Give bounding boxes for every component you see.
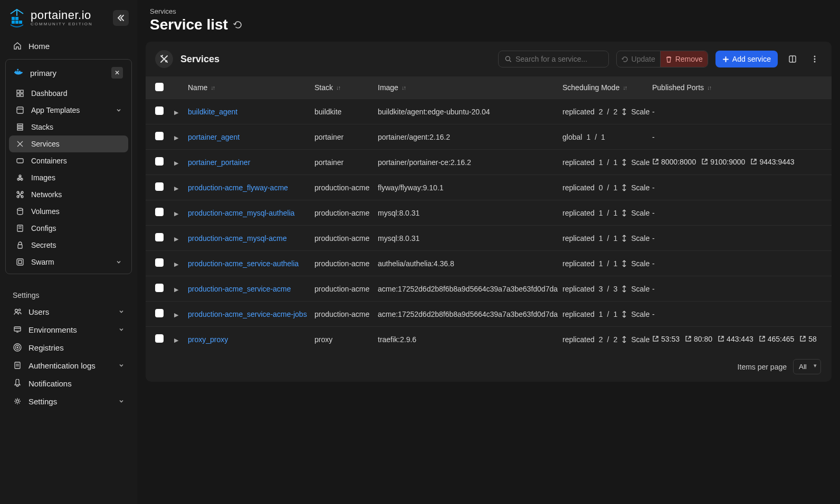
port-link[interactable]: 443:443 — [718, 335, 753, 343]
row-expander[interactable]: ▶ — [174, 236, 178, 242]
settings-item-users[interactable]: Users — [5, 303, 132, 321]
port-link[interactable]: 9100:9000 — [701, 158, 745, 166]
scale-button[interactable]: Scale — [631, 158, 650, 167]
settings-item-notifications[interactable]: Notifications — [5, 374, 132, 392]
service-link[interactable]: production-acme_mysql-acme — [188, 234, 287, 243]
items-per-page-select[interactable]: All — [793, 359, 821, 374]
external-link-icon — [685, 335, 692, 342]
breadcrumb: Services — [137, 0, 840, 15]
environment-header[interactable]: primary ✕ — [9, 63, 128, 83]
scale-button[interactable]: Scale — [631, 285, 650, 293]
row-checkbox[interactable] — [155, 157, 164, 166]
nav-icon — [15, 224, 25, 233]
row-expander[interactable]: ▶ — [174, 337, 178, 343]
scale-button[interactable]: Scale — [631, 259, 650, 268]
service-link[interactable]: production-acme_service-acme-jobs — [188, 310, 307, 318]
row-expander[interactable]: ▶ — [174, 134, 178, 141]
search-input[interactable] — [516, 55, 602, 63]
table-footer: Items per page All — [146, 352, 832, 382]
sidebar-item-containers[interactable]: Containers — [9, 152, 128, 169]
search-box[interactable] — [498, 51, 609, 67]
col-mode[interactable]: Scheduling Mode↓↑ — [562, 83, 652, 92]
image-cell: mysql:8.0.31 — [378, 209, 562, 217]
sidebar-item-home[interactable]: Home — [5, 37, 132, 55]
scale-button[interactable]: Scale — [631, 310, 650, 318]
sidebar-item-secrets[interactable]: Secrets — [9, 237, 128, 254]
col-ports[interactable]: Published Ports↓↑ — [652, 83, 822, 92]
row-checkbox[interactable] — [155, 132, 164, 140]
svg-point-57 — [814, 61, 816, 63]
sidebar-item-dashboard[interactable]: Dashboard — [9, 85, 128, 102]
settings-item-environments[interactable]: Environments — [5, 321, 132, 338]
nav-icon — [15, 257, 25, 267]
port-link[interactable]: 8000:8000 — [652, 158, 696, 166]
update-button[interactable]: Update — [617, 51, 661, 67]
row-expander[interactable]: ▶ — [174, 210, 178, 217]
add-service-button[interactable]: Add service — [715, 51, 778, 67]
ports-cell: - — [652, 183, 822, 192]
row-checkbox[interactable] — [155, 284, 164, 292]
svg-rect-37 — [17, 259, 23, 265]
sidebar-item-label: Secrets — [31, 241, 56, 249]
scale-button[interactable]: Scale — [631, 234, 650, 243]
service-link[interactable]: buildkite_agent — [188, 108, 237, 116]
col-stack[interactable]: Stack↓↑ — [314, 83, 378, 92]
service-link[interactable]: production-acme_flyway-acme — [188, 183, 288, 192]
row-checkbox[interactable] — [155, 334, 164, 343]
col-name[interactable]: Name↓↑ — [188, 83, 314, 92]
sidebar-item-swarm[interactable]: Swarm — [9, 254, 128, 270]
settings-item-authentication-logs[interactable]: Authentication logs — [5, 356, 132, 374]
sidebar-item-app-templates[interactable]: App Templates — [9, 102, 128, 119]
columns-button[interactable] — [785, 50, 800, 68]
refresh-icon[interactable] — [233, 20, 243, 30]
row-checkbox[interactable] — [155, 182, 164, 191]
sidebar-item-volumes[interactable]: Volumes — [9, 203, 128, 220]
port-link[interactable]: 80:80 — [685, 335, 712, 343]
service-link[interactable]: production-acme_service-authelia — [188, 259, 299, 268]
scale-button[interactable]: Scale — [631, 183, 650, 192]
service-link[interactable]: portainer_portainer — [188, 158, 250, 167]
row-expander[interactable]: ▶ — [174, 109, 178, 115]
svg-rect-36 — [18, 245, 22, 248]
port-link[interactable]: 465:465 — [759, 335, 795, 343]
sidebar-item-networks[interactable]: Networks — [9, 186, 128, 203]
services-icon — [155, 50, 173, 68]
sidebar-item-stacks[interactable]: Stacks — [9, 119, 128, 135]
sidebar-item-label: Stacks — [31, 123, 53, 131]
row-expander[interactable]: ▶ — [174, 160, 178, 166]
scale-button[interactable]: Scale — [631, 209, 650, 217]
select-all-checkbox[interactable] — [155, 83, 164, 91]
col-image[interactable]: Image↓↑ — [378, 83, 562, 92]
service-link[interactable]: proxy_proxy — [188, 335, 228, 344]
port-link[interactable]: 58 — [799, 335, 817, 343]
svg-rect-41 — [14, 327, 21, 331]
remove-button[interactable]: Remove — [661, 51, 708, 67]
row-expander[interactable]: ▶ — [174, 261, 178, 267]
environment-close-button[interactable]: ✕ — [111, 67, 123, 79]
row-checkbox[interactable] — [155, 258, 164, 267]
sidebar-item-services[interactable]: Services — [9, 135, 128, 152]
row-checkbox[interactable] — [155, 106, 164, 115]
port-link[interactable]: 9443:9443 — [750, 158, 794, 166]
scale-button[interactable]: Scale — [631, 108, 650, 116]
sidebar-item-images[interactable]: Images — [9, 169, 128, 186]
service-link[interactable]: portainer_agent — [188, 133, 240, 141]
row-checkbox[interactable] — [155, 208, 164, 216]
row-expander[interactable]: ▶ — [174, 312, 178, 318]
sidebar-item-label: Containers — [31, 157, 67, 165]
more-button[interactable] — [807, 50, 822, 68]
sidebar-collapse-button[interactable] — [113, 10, 129, 26]
service-link[interactable]: production-acme_service-acme — [188, 285, 291, 293]
settings-item-registries[interactable]: Registries — [5, 338, 132, 356]
row-expander[interactable]: ▶ — [174, 286, 178, 293]
row-expander[interactable]: ▶ — [174, 185, 178, 191]
row-checkbox[interactable] — [155, 309, 164, 317]
scale-button[interactable]: Scale — [631, 335, 650, 344]
service-link[interactable]: production-acme_mysql-authelia — [188, 209, 294, 217]
sidebar-item-configs[interactable]: Configs — [9, 220, 128, 237]
external-link-icon — [652, 158, 659, 165]
row-checkbox[interactable] — [155, 233, 164, 241]
port-link[interactable]: 53:53 — [652, 335, 680, 343]
svg-rect-38 — [18, 260, 22, 264]
settings-item-settings[interactable]: Settings — [5, 392, 132, 410]
